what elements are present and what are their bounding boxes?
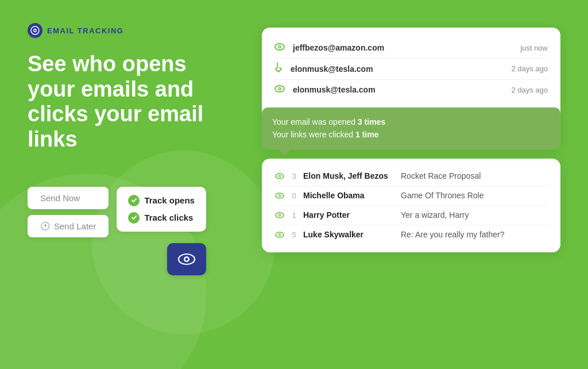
email-list-row-2: 0 Michelle Obama Game Of Thrones Role xyxy=(274,186,548,205)
svg-point-14 xyxy=(279,175,280,176)
track-opens-item: Track opens xyxy=(128,195,195,206)
row-eye-2 xyxy=(274,191,285,201)
row-subject-3: Yer a wizard, Harry xyxy=(401,210,469,220)
send-later-button[interactable]: 🕐 Send Later xyxy=(28,215,109,237)
row-name-2: Michelle Obama xyxy=(303,191,395,200)
row-eye-4 xyxy=(274,230,285,240)
open-icon-1 xyxy=(274,42,285,53)
click-icon-2 xyxy=(274,62,283,75)
row-name-4: Luke Skywalker xyxy=(303,230,395,239)
row-count-3: 1 xyxy=(291,211,297,220)
row-count-1: 3 xyxy=(291,172,297,180)
email-tracking-label: EMAIL TRACKING xyxy=(47,26,123,35)
tracking-email-3: elonmusk@tesla.com xyxy=(293,85,503,94)
main-headline: See who opens your emails and clicks you… xyxy=(28,52,234,152)
track-clicks-check xyxy=(128,212,140,224)
tracking-row-1: jeffbezos@amazon.com just now xyxy=(274,38,548,57)
svg-point-2 xyxy=(34,30,36,32)
svg-point-23 xyxy=(279,234,280,235)
left-panel: EMAIL TRACKING See who opens your emails… xyxy=(28,23,234,275)
tooltip-bold-1: 3 times xyxy=(358,117,385,126)
svg-point-11 xyxy=(279,88,280,89)
email-list-row-4: 5 Luke Skywalker Re: Are you really my f… xyxy=(274,225,548,244)
tracking-time-2: 2 days ago xyxy=(511,64,548,73)
svg-point-20 xyxy=(279,214,280,216)
track-clicks-label: Track clicks xyxy=(144,213,193,222)
tooltip-box: Your email was opened 3 times Your links… xyxy=(262,107,560,149)
eye-button[interactable] xyxy=(167,243,206,275)
open-icon-3 xyxy=(274,84,285,95)
tracking-row-2: elonmusk@tesla.com 2 days ago xyxy=(274,57,548,79)
track-opens-label: Track opens xyxy=(144,195,195,205)
row-count-2: 0 xyxy=(291,191,297,200)
row-name-3: Harry Potter xyxy=(303,210,395,220)
tooltip-line-2: Your links were clicked 1 time xyxy=(272,128,550,141)
right-panel: jeffbezos@amazon.com just now elonmusk@t… xyxy=(234,23,560,252)
main-container: EMAIL TRACKING See who opens your emails… xyxy=(0,0,588,369)
row-subject-4: Re: Are you really my father? xyxy=(401,230,505,239)
headline-rest: your emails and clicks your email links xyxy=(28,77,203,151)
row-subject-2: Game Of Thrones Role xyxy=(401,191,483,200)
tracking-email-2: elonmusk@tesla.com xyxy=(291,64,503,74)
tooltip-prefix-2: Your links were clicked xyxy=(272,130,355,139)
row-name-1: Elon Musk, Jeff Bezos xyxy=(303,171,395,180)
send-now-button[interactable]: Send Now xyxy=(28,187,109,209)
tracking-email-1: jeffbezos@amazon.com xyxy=(293,43,512,52)
svg-point-5 xyxy=(185,257,188,260)
clock-icon: 🕐 xyxy=(40,221,50,230)
track-panel: Track opens Track clicks xyxy=(117,187,206,232)
svg-point-17 xyxy=(279,195,280,196)
tracking-time-1: just now xyxy=(520,44,548,52)
email-list-row-3: 1 Harry Potter Yer a wizard, Harry xyxy=(274,205,548,225)
svg-point-8 xyxy=(279,46,280,47)
track-opens-check xyxy=(128,195,140,206)
track-clicks-item: Track clicks xyxy=(128,212,195,224)
email-tracking-icon xyxy=(28,23,42,38)
tooltip-line-1: Your email was opened 3 times xyxy=(272,116,550,128)
tooltip-prefix-1: Your email was opened xyxy=(272,117,358,126)
email-list-card: 3 Elon Musk, Jeff Bezos Rocket Race Prop… xyxy=(262,159,560,252)
send-buttons-col: Send Now 🕐 Send Later xyxy=(28,187,109,237)
buttons-area: Send Now 🕐 Send Later Track opens xyxy=(28,187,234,275)
row-count-4: 5 xyxy=(291,230,297,239)
tracking-list: jeffbezos@amazon.com just now elonmusk@t… xyxy=(262,28,560,107)
tracking-row-3: elonmusk@tesla.com 2 days ago xyxy=(274,79,548,99)
row-subject-1: Rocket Race Proposal xyxy=(401,171,481,180)
send-later-label: Send Later xyxy=(54,221,96,231)
email-tracking-header: EMAIL TRACKING xyxy=(28,23,234,38)
tracking-time-3: 2 days ago xyxy=(511,86,548,94)
headline-bold: See who opens xyxy=(28,52,187,76)
row-eye-1 xyxy=(274,171,285,181)
tooltip-bold-2: 1 time xyxy=(355,130,378,139)
row-eye-3 xyxy=(274,210,285,220)
email-list-row-1: 3 Elon Musk, Jeff Bezos Rocket Race Prop… xyxy=(274,167,548,186)
tracking-card: jeffbezos@amazon.com just now elonmusk@t… xyxy=(262,28,560,149)
